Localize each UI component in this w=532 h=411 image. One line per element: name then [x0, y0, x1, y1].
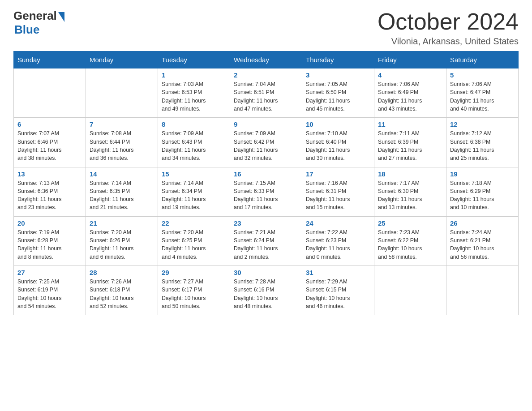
day-number: 11 [378, 120, 442, 128]
day-number: 17 [306, 170, 370, 178]
calendar-day-header: Saturday [446, 51, 519, 68]
day-number: 5 [450, 71, 515, 79]
day-info: Sunrise: 7:06 AM Sunset: 6:49 PM Dayligh… [378, 80, 442, 113]
day-info: Sunrise: 7:09 AM Sunset: 6:43 PM Dayligh… [162, 129, 226, 162]
day-number: 22 [162, 219, 226, 227]
day-info: Sunrise: 7:26 AM Sunset: 6:18 PM Dayligh… [90, 278, 154, 310]
calendar-cell [86, 68, 158, 118]
calendar-day-header: Friday [374, 51, 446, 68]
calendar-week-row: 6Sunrise: 7:07 AM Sunset: 6:46 PM Daylig… [14, 118, 519, 167]
day-info: Sunrise: 7:27 AM Sunset: 6:17 PM Dayligh… [162, 278, 226, 310]
day-info: Sunrise: 7:05 AM Sunset: 6:50 PM Dayligh… [306, 80, 370, 113]
calendar-cell: 6Sunrise: 7:07 AM Sunset: 6:46 PM Daylig… [14, 118, 86, 167]
calendar-cell: 13Sunrise: 7:13 AM Sunset: 6:36 PM Dayli… [14, 167, 86, 216]
calendar-week-row: 1Sunrise: 7:03 AM Sunset: 6:53 PM Daylig… [14, 68, 519, 118]
calendar-cell: 21Sunrise: 7:20 AM Sunset: 6:26 PM Dayli… [86, 216, 158, 265]
calendar-table: SundayMondayTuesdayWednesdayThursdayFrid… [13, 51, 519, 315]
day-number: 16 [234, 170, 298, 178]
day-info: Sunrise: 7:14 AM Sunset: 6:35 PM Dayligh… [90, 179, 154, 212]
calendar-cell: 14Sunrise: 7:14 AM Sunset: 6:35 PM Dayli… [86, 167, 158, 216]
calendar-cell: 8Sunrise: 7:09 AM Sunset: 6:43 PM Daylig… [158, 118, 230, 167]
day-number: 10 [306, 120, 370, 128]
calendar-cell: 10Sunrise: 7:10 AM Sunset: 6:40 PM Dayli… [302, 118, 374, 167]
calendar-cell: 3Sunrise: 7:05 AM Sunset: 6:50 PM Daylig… [302, 68, 374, 118]
day-info: Sunrise: 7:23 AM Sunset: 6:22 PM Dayligh… [378, 228, 442, 261]
calendar-cell: 25Sunrise: 7:23 AM Sunset: 6:22 PM Dayli… [374, 216, 446, 265]
calendar-cell: 12Sunrise: 7:12 AM Sunset: 6:38 PM Dayli… [446, 118, 519, 167]
day-number: 14 [90, 170, 154, 178]
calendar-header-row: SundayMondayTuesdayWednesdayThursdayFrid… [14, 51, 519, 68]
day-number: 13 [17, 170, 82, 178]
day-number: 3 [306, 71, 370, 79]
day-info: Sunrise: 7:12 AM Sunset: 6:38 PM Dayligh… [450, 129, 515, 162]
calendar-cell: 5Sunrise: 7:06 AM Sunset: 6:47 PM Daylig… [446, 68, 519, 118]
day-info: Sunrise: 7:06 AM Sunset: 6:47 PM Dayligh… [450, 80, 515, 113]
day-number: 21 [90, 219, 154, 227]
day-number: 2 [234, 71, 298, 79]
day-info: Sunrise: 7:29 AM Sunset: 6:15 PM Dayligh… [306, 278, 370, 310]
logo-blue-text: Blue [14, 23, 39, 37]
day-info: Sunrise: 7:19 AM Sunset: 6:28 PM Dayligh… [17, 228, 82, 261]
calendar-cell: 31Sunrise: 7:29 AM Sunset: 6:15 PM Dayli… [302, 265, 374, 315]
calendar-cell: 16Sunrise: 7:15 AM Sunset: 6:33 PM Dayli… [230, 167, 302, 216]
calendar-cell: 27Sunrise: 7:25 AM Sunset: 6:19 PM Dayli… [14, 265, 86, 315]
calendar-cell: 1Sunrise: 7:03 AM Sunset: 6:53 PM Daylig… [158, 68, 230, 118]
day-number: 4 [378, 71, 442, 79]
calendar-week-row: 27Sunrise: 7:25 AM Sunset: 6:19 PM Dayli… [14, 265, 519, 315]
day-number: 20 [17, 219, 82, 227]
calendar-day-header: Monday [86, 51, 158, 68]
month-title: October 2024 [378, 9, 519, 34]
day-info: Sunrise: 7:10 AM Sunset: 6:40 PM Dayligh… [306, 129, 370, 162]
day-number: 23 [234, 219, 298, 227]
calendar-cell [446, 265, 519, 315]
day-info: Sunrise: 7:28 AM Sunset: 6:16 PM Dayligh… [234, 278, 298, 310]
day-info: Sunrise: 7:03 AM Sunset: 6:53 PM Dayligh… [162, 80, 226, 113]
calendar-cell: 7Sunrise: 7:08 AM Sunset: 6:44 PM Daylig… [86, 118, 158, 167]
day-number: 27 [17, 269, 82, 276]
day-info: Sunrise: 7:11 AM Sunset: 6:39 PM Dayligh… [378, 129, 442, 162]
calendar-cell [14, 68, 86, 118]
day-number: 6 [17, 120, 82, 128]
day-number: 8 [162, 120, 226, 128]
day-info: Sunrise: 7:25 AM Sunset: 6:19 PM Dayligh… [17, 278, 82, 310]
calendar-cell: 19Sunrise: 7:18 AM Sunset: 6:29 PM Dayli… [446, 167, 519, 216]
day-info: Sunrise: 7:14 AM Sunset: 6:34 PM Dayligh… [162, 179, 226, 212]
day-info: Sunrise: 7:09 AM Sunset: 6:42 PM Dayligh… [234, 129, 298, 162]
day-number: 28 [90, 269, 154, 276]
title-section: October 2024 Vilonia, Arkansas, United S… [378, 9, 519, 47]
day-info: Sunrise: 7:08 AM Sunset: 6:44 PM Dayligh… [90, 129, 154, 162]
day-info: Sunrise: 7:24 AM Sunset: 6:21 PM Dayligh… [450, 228, 515, 261]
day-number: 24 [306, 219, 370, 227]
calendar-cell: 30Sunrise: 7:28 AM Sunset: 6:16 PM Dayli… [230, 265, 302, 315]
calendar-cell: 9Sunrise: 7:09 AM Sunset: 6:42 PM Daylig… [230, 118, 302, 167]
calendar-cell: 4Sunrise: 7:06 AM Sunset: 6:49 PM Daylig… [374, 68, 446, 118]
calendar-week-row: 20Sunrise: 7:19 AM Sunset: 6:28 PM Dayli… [14, 216, 519, 265]
day-info: Sunrise: 7:04 AM Sunset: 6:51 PM Dayligh… [234, 80, 298, 113]
day-info: Sunrise: 7:17 AM Sunset: 6:30 PM Dayligh… [378, 179, 442, 212]
logo-general-text: General [13, 9, 57, 23]
calendar-cell [374, 265, 446, 315]
calendar-cell: 11Sunrise: 7:11 AM Sunset: 6:39 PM Dayli… [374, 118, 446, 167]
logo: General Blue [13, 9, 64, 37]
calendar-day-header: Thursday [302, 51, 374, 68]
calendar-week-row: 13Sunrise: 7:13 AM Sunset: 6:36 PM Dayli… [14, 167, 519, 216]
day-number: 18 [378, 170, 442, 178]
day-number: 26 [450, 219, 515, 227]
calendar-cell: 2Sunrise: 7:04 AM Sunset: 6:51 PM Daylig… [230, 68, 302, 118]
calendar-day-header: Sunday [14, 51, 86, 68]
day-info: Sunrise: 7:16 AM Sunset: 6:31 PM Dayligh… [306, 179, 370, 212]
calendar-cell: 18Sunrise: 7:17 AM Sunset: 6:30 PM Dayli… [374, 167, 446, 216]
day-number: 19 [450, 170, 515, 178]
day-number: 25 [378, 219, 442, 227]
calendar-cell: 29Sunrise: 7:27 AM Sunset: 6:17 PM Dayli… [158, 265, 230, 315]
calendar-cell: 22Sunrise: 7:20 AM Sunset: 6:25 PM Dayli… [158, 216, 230, 265]
day-number: 9 [234, 120, 298, 128]
calendar-day-header: Tuesday [158, 51, 230, 68]
calendar-cell: 20Sunrise: 7:19 AM Sunset: 6:28 PM Dayli… [14, 216, 86, 265]
calendar-cell: 23Sunrise: 7:21 AM Sunset: 6:24 PM Dayli… [230, 216, 302, 265]
calendar-cell: 26Sunrise: 7:24 AM Sunset: 6:21 PM Dayli… [446, 216, 519, 265]
logo-arrow-icon [58, 12, 64, 22]
day-info: Sunrise: 7:07 AM Sunset: 6:46 PM Dayligh… [17, 129, 82, 162]
day-number: 15 [162, 170, 226, 178]
day-info: Sunrise: 7:21 AM Sunset: 6:24 PM Dayligh… [234, 228, 298, 261]
